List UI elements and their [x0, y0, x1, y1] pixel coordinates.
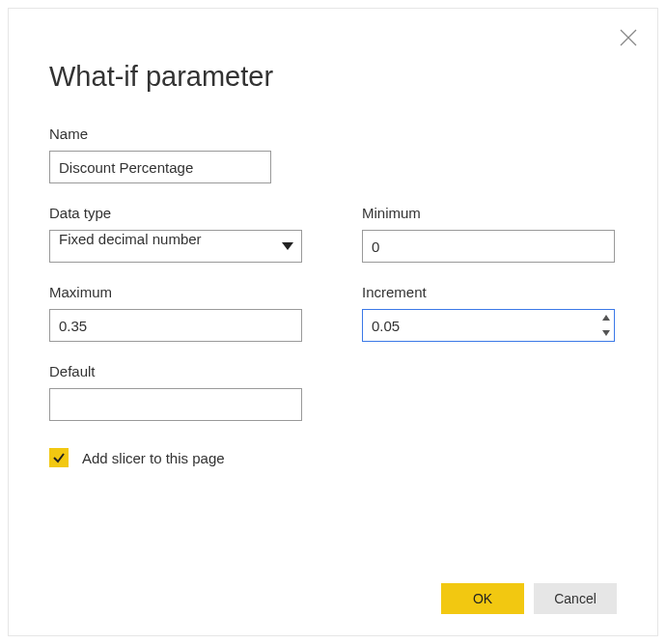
minimum-input[interactable] — [362, 230, 615, 263]
close-button[interactable] — [617, 26, 640, 49]
add-slicer-label: Add slicer to this page — [82, 450, 225, 466]
increment-label: Increment — [362, 284, 615, 300]
default-field: Default — [49, 363, 302, 421]
datatype-label: Data type — [49, 205, 302, 221]
maximum-field: Maximum — [49, 284, 302, 342]
whatif-parameter-dialog: What-if parameter Name Data type Fixed d… — [8, 8, 658, 636]
close-icon — [620, 29, 637, 46]
cancel-button[interactable]: Cancel — [534, 583, 617, 614]
check-icon — [52, 451, 66, 464]
maximum-label: Maximum — [49, 284, 302, 300]
increment-field: Increment — [362, 284, 615, 342]
dialog-buttons: OK Cancel — [441, 583, 617, 614]
minimum-field: Minimum — [362, 205, 615, 263]
ok-button[interactable]: OK — [441, 583, 524, 614]
name-field: Name — [49, 126, 302, 183]
add-slicer-checkbox[interactable] — [49, 448, 69, 467]
increment-input[interactable] — [362, 309, 615, 342]
datatype-field: Data type Fixed decimal number — [49, 205, 302, 263]
datatype-select[interactable]: Fixed decimal number — [49, 230, 302, 263]
add-slicer-row: Add slicer to this page — [49, 448, 615, 467]
name-label: Name — [49, 126, 302, 142]
minimum-label: Minimum — [362, 205, 615, 221]
maximum-input[interactable] — [49, 309, 302, 342]
name-input[interactable] — [49, 151, 271, 183]
default-label: Default — [49, 363, 302, 379]
dialog-title: What-if parameter — [49, 61, 617, 93]
default-input[interactable] — [49, 388, 302, 421]
